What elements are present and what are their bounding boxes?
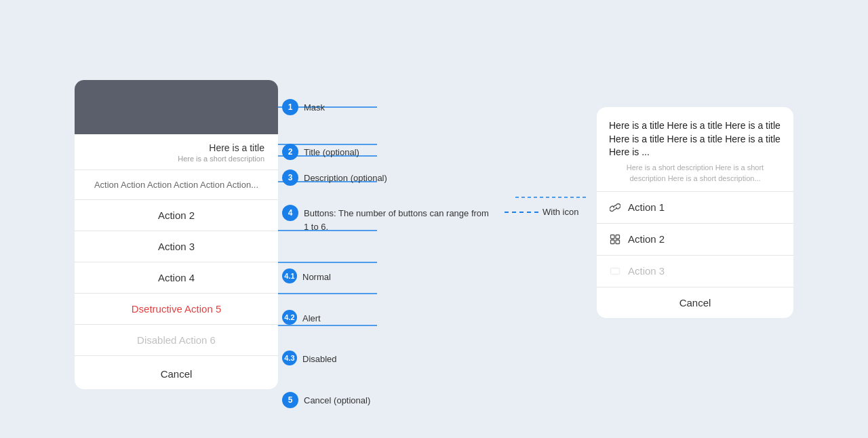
- badge-5: 5: [282, 392, 298, 408]
- action2-item[interactable]: Action 2: [75, 200, 278, 231]
- ann-cancel: 5 Cancel (optional): [282, 392, 784, 408]
- detail-panel-title: Here is a title Here is a title Here is …: [597, 107, 793, 162]
- grid-icon: [609, 233, 621, 245]
- ann-desc-label: Description (optional): [304, 170, 387, 185]
- detail-action3-item: Action 3: [597, 256, 793, 287]
- badge-3: 3: [282, 170, 298, 186]
- badge-1: 1: [282, 99, 298, 115]
- ann-alert-label: Alert: [302, 310, 321, 325]
- rect-icon: [609, 265, 621, 277]
- ann-disabled: 4.3 Disabled: [282, 351, 784, 366]
- svg-rect-11: [611, 240, 615, 244]
- svg-rect-13: [611, 268, 620, 274]
- badge-4-2: 4.2: [282, 310, 297, 325]
- ann-normal-label: Normal: [302, 268, 331, 284]
- detail-panel-description: Here is a short description Here is a sh…: [597, 162, 793, 191]
- disabled-action6-item: Disabled Action 6: [75, 325, 278, 356]
- badge-4-1: 4.1: [282, 268, 297, 283]
- ann-title-label: Title (optional): [304, 144, 359, 159]
- detail-action2-item[interactable]: Action 2: [597, 224, 793, 256]
- action-sheet: Here is a title Here is a short descript…: [75, 80, 278, 389]
- action4-item[interactable]: Action 4: [75, 262, 278, 294]
- main-container: Here is a title Here is a short descript…: [75, 73, 793, 365]
- action-sheet-title: Here is a title: [75, 134, 278, 155]
- cancel-item[interactable]: Cancel: [75, 359, 278, 389]
- badge-4: 4: [282, 205, 298, 221]
- detail-action3-label: Action 3: [628, 265, 665, 277]
- badge-2: 2: [282, 144, 298, 160]
- svg-rect-9: [611, 235, 615, 239]
- svg-rect-12: [616, 240, 620, 244]
- svg-rect-10: [616, 235, 620, 239]
- detail-action2-label: Action 2: [628, 233, 665, 245]
- ann-buttons-label-row: Buttons: The number of buttons can range…: [304, 205, 578, 233]
- with-icon-label: With icon: [542, 207, 578, 217]
- with-icon-group: With icon: [505, 205, 578, 217]
- detail-action1-label: Action 1: [628, 201, 665, 213]
- action-overflow-item[interactable]: Action Action Action Action Action Actio…: [75, 170, 278, 200]
- action-sheet-description: Here is a short description: [75, 155, 278, 170]
- dashed-connector: [505, 212, 538, 213]
- badge-4-3: 4.3: [282, 351, 297, 365]
- action-sheet-mask: [75, 80, 278, 134]
- ann-disabled-label: Disabled: [302, 351, 337, 366]
- ann-buttons-content: Buttons: The number of buttons can range…: [304, 205, 578, 233]
- ann-mask-label: Mask: [304, 99, 325, 115]
- link-icon: [609, 201, 621, 214]
- detail-action1-item[interactable]: Action 1: [597, 192, 793, 224]
- destructive-action5-item[interactable]: Dsetructive Action 5: [75, 294, 278, 325]
- detail-cancel-item[interactable]: Cancel: [597, 287, 793, 318]
- ann-cancel-label: Cancel (optional): [304, 392, 370, 407]
- ann-buttons-text: Buttons: The number of buttons can range…: [304, 205, 494, 233]
- action3-item[interactable]: Action 3: [75, 231, 278, 262]
- detail-panel: Here is a title Here is a title Here is …: [597, 107, 793, 318]
